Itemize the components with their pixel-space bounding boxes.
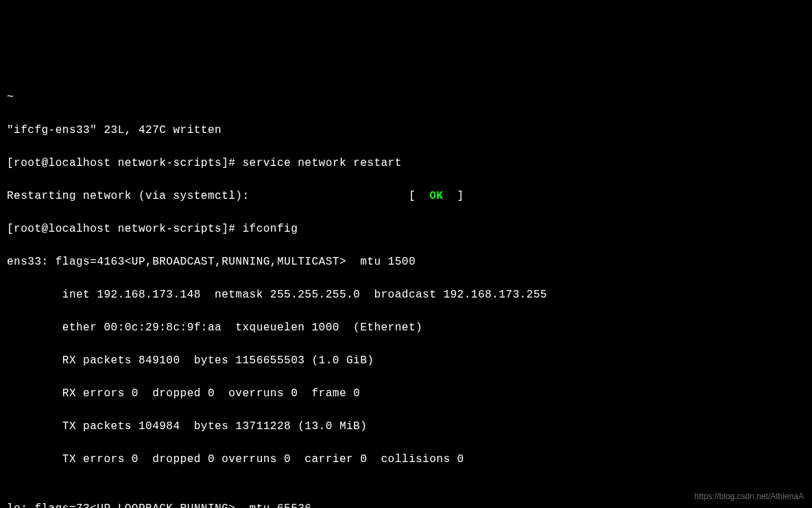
tilde-line: ~ [7, 89, 805, 106]
ok-status: OK [429, 190, 443, 202]
file-written-line: "ifcfg-ens33" 23L, 427C written [7, 122, 805, 138]
ens33-tx-errors: TX errors 0 dropped 0 overruns 0 carrier… [7, 451, 805, 468]
restart-suffix: ] [443, 190, 464, 202]
watermark: https://blog.csdn.net/AthlenaA [695, 490, 804, 503]
service-restart-cmd: [root@localhost network-scripts]# servic… [7, 155, 805, 171]
ens33-rx-packets: RX packets 849100 bytes 1156655503 (1.0 … [7, 352, 805, 369]
lo-header: lo: flags=73<UP,LOOPBACK,RUNNING> mtu 65… [7, 500, 805, 508]
ens33-inet: inet 192.168.173.148 netmask 255.255.255… [7, 287, 805, 303]
ens33-tx-packets: TX packets 104984 bytes 13711228 (13.0 M… [7, 418, 805, 435]
ens33-header: ens33: flags=4163<UP,BROADCAST,RUNNING,M… [7, 254, 805, 270]
terminal-output[interactable]: ~ "ifcfg-ens33" 23L, 427C written [root@… [7, 73, 805, 508]
restart-status-line: Restarting network (via systemctl): [ OK… [7, 188, 805, 204]
restart-prefix: Restarting network (via systemctl): [ [7, 190, 429, 202]
ens33-rx-errors: RX errors 0 dropped 0 overruns 0 frame 0 [7, 385, 805, 402]
ens33-ether: ether 00:0c:29:8c:9f:aa txqueuelen 1000 … [7, 319, 805, 336]
ifconfig-cmd: [root@localhost network-scripts]# ifconf… [7, 221, 805, 237]
